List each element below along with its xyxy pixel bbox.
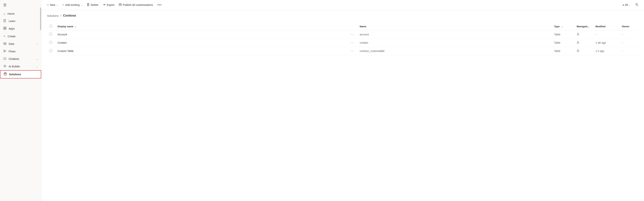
row-owner: - <box>620 30 638 39</box>
sidebar-item-label: Flows <box>9 50 16 53</box>
row-radio-cell[interactable] <box>47 47 55 55</box>
svg-rect-7 <box>5 29 6 30</box>
row-context-menu[interactable]: ··· <box>349 41 355 45</box>
svg-rect-4 <box>4 27 5 28</box>
add-existing-plus-icon: + <box>62 3 64 7</box>
row-context-menu[interactable]: ··· <box>349 49 355 53</box>
row-menu-cell[interactable]: ··· <box>347 47 357 55</box>
filter-button[interactable]: ≡ All ⌄ <box>621 2 632 8</box>
home-icon: ⌂ <box>4 12 5 16</box>
svg-line-16 <box>4 51 5 52</box>
new-button[interactable]: + New ⌄ <box>45 2 60 8</box>
ai-builder-icon <box>4 65 6 68</box>
solutions-table: Display name ⌄ Name Type ⌄ Managed... <box>47 23 638 55</box>
sidebar-scrollbar[interactable] <box>40 0 41 201</box>
svg-point-18 <box>4 58 5 59</box>
sidebar-item-label: Create <box>8 35 16 38</box>
export-label: Export <box>107 4 114 7</box>
sidebar-item-ai-builder[interactable]: AI Builder ⌄ <box>0 63 41 70</box>
svg-rect-5 <box>5 27 6 28</box>
row-radio[interactable] <box>49 33 52 36</box>
svg-rect-44 <box>577 51 579 52</box>
row-context-menu[interactable]: ··· <box>349 32 355 36</box>
book-icon <box>4 19 6 23</box>
sidebar-item-home[interactable]: ⌂ Home <box>0 10 41 17</box>
col-header-display-name[interactable]: Display name ⌄ <box>55 23 347 30</box>
row-name: account <box>357 30 552 39</box>
row-type: Table <box>552 47 574 55</box>
chevron-down-icon: ⌄ <box>36 65 38 68</box>
delete-label: Delete <box>91 4 98 7</box>
sidebar-item-data[interactable]: Data ⌄ <box>0 40 41 48</box>
table-row: Contact ··· contact Table 1 wk ago - <box>47 39 638 47</box>
filter-chevron-icon: ⌄ <box>628 4 630 6</box>
sort-icon: ⌄ <box>75 26 76 28</box>
sidebar-item-chatbots[interactable]: Chatbots ⌄ <box>0 55 41 63</box>
delete-icon <box>87 3 90 7</box>
lock-icon <box>577 41 579 44</box>
svg-rect-42 <box>577 34 579 35</box>
toolbar-right: ≡ All ⌄ <box>621 2 640 8</box>
svg-point-13 <box>5 51 6 52</box>
more-button[interactable]: ••• <box>156 2 164 8</box>
sidebar: ☰ ⌂ Home Learn Apps + Create Data ⌄ Flow… <box>0 0 42 201</box>
row-managed <box>574 39 593 47</box>
svg-point-11 <box>4 50 5 51</box>
sidebar-item-create[interactable]: + Create <box>0 32 41 40</box>
type-filter-icon: ⌄ <box>561 26 563 28</box>
row-radio[interactable] <box>49 41 52 44</box>
new-plus-icon: + <box>47 3 49 7</box>
chevron-down-icon: ⌄ <box>36 58 38 60</box>
svg-rect-33 <box>87 4 89 4</box>
export-button[interactable]: Export <box>101 2 116 8</box>
row-menu-cell[interactable]: ··· <box>347 39 357 47</box>
header-radio-circle[interactable] <box>49 25 52 28</box>
sidebar-item-flows[interactable]: Flows <box>0 48 41 55</box>
publish-button[interactable]: Publish all customizations <box>117 2 155 8</box>
svg-line-41 <box>637 5 638 6</box>
col-header-owner: Owner <box>620 23 638 30</box>
delete-button[interactable]: Delete <box>85 2 100 8</box>
search-button[interactable] <box>634 2 640 8</box>
toolbar: + New ⌄ + Add existing ⌄ Delete Export <box>42 0 644 10</box>
svg-rect-6 <box>4 29 5 30</box>
svg-rect-38 <box>119 4 122 6</box>
sidebar-item-label: Data <box>9 42 14 45</box>
publish-label: Publish all customizations <box>123 4 153 7</box>
add-existing-button[interactable]: + Add existing ⌄ <box>60 2 84 8</box>
new-button-label: New <box>50 4 55 7</box>
apps-icon <box>4 27 6 31</box>
svg-point-20 <box>4 66 6 67</box>
new-chevron-icon: ⌄ <box>56 4 58 6</box>
sidebar-item-apps[interactable]: Apps <box>0 25 41 32</box>
add-existing-label: Add existing <box>65 4 80 7</box>
svg-rect-9 <box>4 44 6 44</box>
row-radio-cell[interactable] <box>47 39 55 47</box>
sidebar-item-label: AI Builder <box>9 65 20 68</box>
row-owner: - <box>620 39 638 47</box>
row-managed <box>574 30 593 39</box>
export-icon <box>103 3 106 7</box>
svg-point-24 <box>6 66 6 66</box>
row-menu-cell[interactable]: ··· <box>347 30 357 39</box>
data-icon <box>4 42 6 46</box>
publish-icon <box>119 3 122 7</box>
row-radio-cell[interactable] <box>47 30 55 39</box>
hamburger-button[interactable]: ☰ <box>0 0 41 10</box>
content-area: Solutions > Contoso Display name ⌄ <box>42 10 644 201</box>
svg-rect-8 <box>4 43 6 43</box>
breadcrumb-solutions-link[interactable]: Solutions <box>47 14 59 17</box>
col-header-type[interactable]: Type ⌄ <box>552 23 574 30</box>
row-type: Table <box>552 39 574 47</box>
row-radio[interactable] <box>49 49 52 52</box>
sidebar-item-learn[interactable]: Learn <box>0 17 41 25</box>
sidebar-item-solutions[interactable]: Solutions <box>0 70 41 79</box>
row-display-name[interactable]: Contact <box>55 39 347 47</box>
row-modified: 1 h ago <box>593 47 620 55</box>
sidebar-scrollbar-thumb <box>40 8 41 30</box>
svg-line-15 <box>4 51 5 51</box>
row-display-name[interactable]: Account <box>55 30 347 39</box>
filter-lines-icon: ≡ <box>622 4 624 7</box>
row-display-name[interactable]: Custom Table <box>55 47 347 55</box>
svg-rect-43 <box>577 42 579 44</box>
